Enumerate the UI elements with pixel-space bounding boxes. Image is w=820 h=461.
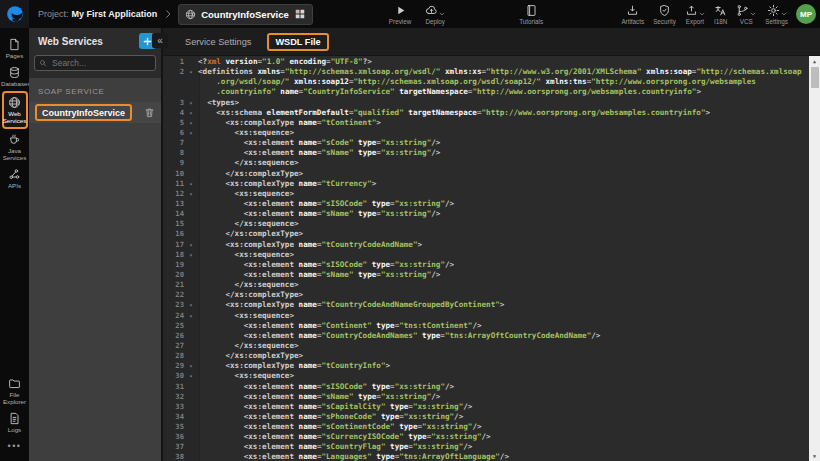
sidebar-item-logs[interactable]: Logs	[1, 409, 28, 435]
fold-spacer	[184, 57, 198, 67]
service-search[interactable]	[34, 55, 156, 71]
code-line: .org/wsdl/soap/" xmlns:soap12="http://sc…	[163, 77, 809, 87]
fold-marker-icon[interactable]: ▾	[184, 118, 198, 128]
database-icon	[8, 66, 21, 79]
topbar-action-vcs[interactable]: VCS	[736, 3, 756, 25]
topbar-action-settings[interactable]: Settings	[765, 3, 788, 25]
tab-service-settings[interactable]: Service Settings	[185, 37, 251, 47]
sidebar: PagesDatabasesWeb ServicesJava ServicesA…	[0, 28, 29, 461]
topbar-action-i18n[interactable]: I18N	[714, 3, 727, 25]
line-number: 34	[163, 412, 184, 422]
code-line: 38 <xs:element name="Languages" type="tn…	[163, 452, 809, 461]
fold-marker-icon[interactable]: ▾	[184, 240, 198, 250]
caret-down-icon	[439, 11, 445, 17]
fold-marker-icon[interactable]: ▾	[184, 300, 198, 310]
fold-marker-icon[interactable]: ▾	[184, 67, 198, 77]
topbar-action-deploy[interactable]: Deploy	[425, 3, 445, 25]
fold-spacer	[184, 199, 198, 209]
line-number: 16	[163, 229, 184, 239]
line-number: 33	[163, 402, 184, 412]
fold-spacer	[184, 219, 198, 229]
fold-spacer	[184, 382, 198, 392]
fold-spacer	[184, 402, 198, 412]
service-tab-label: CountryInfoService	[201, 9, 289, 20]
line-number: 29	[163, 361, 184, 371]
wsdl-code-editor[interactable]: 1<?xml version="1.0" encoding="UTF-8"?>2…	[163, 56, 820, 461]
fold-marker-icon[interactable]: ▾	[184, 371, 198, 381]
sidebar-item-pages[interactable]: Pages	[1, 35, 28, 61]
fold-marker-icon[interactable]: ▾	[184, 128, 198, 138]
user-avatar[interactable]: MP	[796, 4, 816, 24]
api-icon	[8, 168, 21, 181]
panel-collapse-button[interactable]: «	[152, 33, 168, 48]
fold-spacer	[184, 158, 198, 168]
sidebar-item-file-explorer[interactable]: File Explorer	[1, 374, 28, 407]
line-number	[163, 77, 184, 87]
coffee-icon	[8, 133, 21, 146]
fold-marker-icon[interactable]: ▾	[184, 361, 198, 371]
fold-spacer	[184, 341, 198, 351]
shield-icon	[658, 4, 671, 17]
project-name: My First Application	[72, 9, 158, 19]
service-tab[interactable]: CountryInfoService	[178, 4, 313, 25]
scroll-up-icon[interactable]: ▲	[809, 56, 820, 66]
fold-spacer	[184, 412, 198, 422]
sidebar-item-web-services[interactable]: Web Services	[2, 91, 28, 128]
line-number: 21	[163, 280, 184, 290]
line-number: 15	[163, 219, 184, 229]
sidebar-item-apis[interactable]: APIs	[1, 165, 28, 191]
service-item-label: CountryInfoService	[35, 104, 132, 121]
code-line: 21 </xs:sequence>	[163, 280, 809, 290]
sidebar-more-button[interactable]: •••	[8, 441, 22, 451]
sidebar-item-java-services[interactable]: Java Services	[1, 130, 28, 163]
fold-spacer	[184, 138, 198, 148]
trash-icon[interactable]	[144, 107, 155, 118]
fold-marker-icon[interactable]: ▾	[184, 250, 198, 260]
topbar-action-security[interactable]: Security	[653, 3, 676, 25]
topbar-action-preview[interactable]: Preview	[389, 3, 411, 25]
fold-marker-icon[interactable]: ▾	[184, 98, 198, 108]
fold-spacer	[184, 351, 198, 361]
wavemaker-logo-icon[interactable]	[0, 0, 29, 28]
grid-icon[interactable]	[294, 8, 306, 20]
line-number: 28	[163, 351, 184, 361]
code-line: 12▾ <xs:sequence>	[163, 189, 809, 199]
line-number: 31	[163, 382, 184, 392]
tab-wsdl-file[interactable]: WSDL File	[267, 33, 328, 51]
main-content: Service SettingsWSDL File 1<?xml version…	[163, 28, 820, 461]
topbar-action-tutorials[interactable]: Tutorials	[519, 3, 543, 25]
scroll-down-icon[interactable]: ▼	[809, 451, 820, 461]
topbar-action-export[interactable]: Export	[685, 3, 705, 25]
branch-icon	[736, 4, 749, 17]
line-number: 38	[163, 452, 184, 461]
scrollbar-thumb[interactable]	[811, 67, 819, 88]
fold-marker-icon[interactable]: ▾	[184, 311, 198, 321]
project-label: Project:	[38, 9, 69, 19]
web-services-panel: Web Services SOAP SERVICE CountryInfoSer…	[29, 28, 163, 461]
line-number: 22	[163, 290, 184, 300]
fold-spacer	[184, 229, 198, 239]
sidebar-item-databases[interactable]: Databases	[1, 63, 28, 89]
fold-spacer	[184, 290, 198, 300]
line-number: 32	[163, 392, 184, 402]
line-number: 14	[163, 209, 184, 219]
code-line: 10 </xs:complexType>	[163, 169, 809, 179]
code-line: 35 <xs:element name="sContinentCode" typ…	[163, 422, 809, 432]
fold-marker-icon[interactable]: ▾	[184, 179, 198, 189]
topbar-action-artifacts[interactable]: Artifacts	[621, 3, 644, 25]
panel-title: Web Services	[38, 36, 139, 47]
code-line: 17▾ <xs:complexType name="tCountryCodeAn…	[163, 240, 809, 250]
service-list-item-countryinfoservice[interactable]: CountryInfoService	[29, 102, 161, 123]
upload-tray-icon	[685, 4, 698, 17]
code-line: 19 <xs:element name="sISOCode" type="xs:…	[163, 260, 809, 270]
fold-marker-icon[interactable]: ▾	[184, 189, 198, 199]
code-line: 4▾ <xs:schema elementFormDefault="qualif…	[163, 108, 809, 118]
soap-service-section-label: SOAP SERVICE	[29, 78, 161, 102]
line-number: 12	[163, 189, 184, 199]
fold-marker-icon[interactable]: ▾	[184, 108, 198, 118]
editor-scrollbar[interactable]: ▲ ▼	[809, 56, 820, 461]
code-line: 28 </xs:complexType>	[163, 351, 809, 361]
search-input[interactable]	[50, 57, 144, 69]
code-line: 24▾ <xs:sequence>	[163, 311, 809, 321]
wsdl-code: 1<?xml version="1.0" encoding="UTF-8"?>2…	[163, 57, 809, 461]
